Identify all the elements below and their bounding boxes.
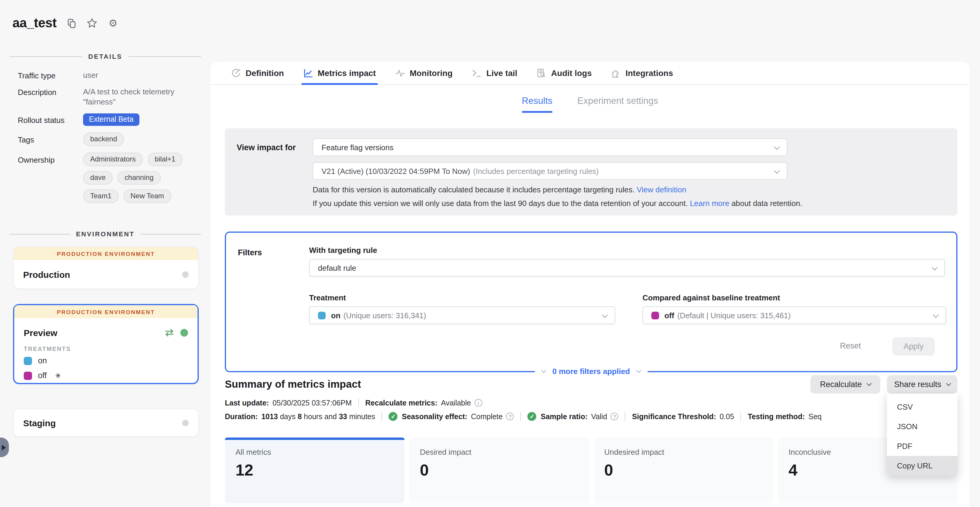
metric-summary-cards: All metrics 12 Desired impact 0 Undesire…: [225, 438, 958, 504]
tab-metrics-impact[interactable]: Metrics impact: [303, 62, 376, 84]
metrics-impact-icon: [303, 68, 313, 78]
rollout-status-badge: External Beta: [83, 113, 139, 126]
treatment-dropdown[interactable]: on (Unique users: 316,341): [309, 306, 615, 324]
treatments-label: TREATMENTS: [14, 343, 197, 353]
environment-card-preview[interactable]: PRODUCTION ENVIRONMENT Preview TREATMENT…: [13, 304, 199, 384]
description-value: A/A test to check telemetry "fairness": [83, 87, 187, 107]
share-results-button[interactable]: Share results: [887, 375, 958, 394]
check-circle-icon: ✓: [389, 412, 398, 421]
check-circle-icon: ✓: [528, 412, 536, 421]
traffic-type-row: Traffic type user: [18, 70, 204, 80]
treatment-off-row: off ✳: [14, 368, 197, 383]
details-header-label: DETAILS: [88, 53, 123, 60]
ownership-row: Ownership Administrators bilal+1 dave ch…: [18, 153, 204, 203]
sidebar: aa_test ⚙ DETAILS Traffi: [0, 0, 211, 507]
owner-chip: Team1: [83, 190, 119, 203]
impact-type-dropdown[interactable]: Feature flag versions: [313, 138, 787, 156]
view-impact-label: View impact for: [237, 143, 296, 152]
reset-button[interactable]: Reset: [840, 341, 861, 350]
testing-method-value: Seq: [808, 412, 822, 421]
chevron-down-icon: [932, 265, 938, 270]
duration-value: 1013 days 8 hours and 33 minutes: [261, 412, 375, 421]
environment-card-production[interactable]: PRODUCTION ENVIRONMENT Production: [13, 246, 199, 289]
recalculate-button[interactable]: Recalculate: [810, 375, 880, 394]
baseline-dropdown[interactable]: off (Default | Unique users: 315,461): [643, 306, 946, 324]
menu-item-copy-url[interactable]: Copy URL: [887, 456, 958, 475]
treatment-label: Treatment: [309, 293, 346, 302]
swap-arrows-icon: [164, 328, 174, 336]
integrations-icon: [611, 68, 621, 78]
tab-definition[interactable]: Definition: [231, 62, 284, 84]
metric-card-desired-impact[interactable]: Desired impact 0: [409, 438, 589, 504]
star-icon[interactable]: [86, 17, 98, 29]
subtab-results[interactable]: Results: [522, 96, 552, 113]
help-icon[interactable]: ?: [506, 413, 514, 420]
more-filters-toggle[interactable]: 0 more filters applied: [535, 364, 648, 378]
environment-header-label: ENVIRONMENT: [76, 230, 135, 238]
version-note-1: Data for this version is automatically c…: [313, 185, 686, 194]
version-note-2: If you update this version we will only …: [313, 199, 802, 208]
view-impact-panel: View impact for Feature flag versions V2…: [225, 128, 958, 215]
tab-bar: Definition Metrics impact Monitoring: [211, 62, 969, 85]
details-rows: Traffic type user Description A/A test t…: [18, 70, 204, 210]
metric-card-all-metrics[interactable]: All metrics 12: [225, 438, 404, 504]
copy-icon[interactable]: [65, 17, 77, 29]
owner-chip: channing: [118, 171, 161, 185]
subtab-experiment-settings[interactable]: Experiment settings: [578, 96, 658, 113]
main-panel: Definition Metrics impact Monitoring: [211, 62, 969, 507]
significance-value: 0.05: [719, 412, 734, 421]
treatment-on-swatch: [24, 357, 32, 365]
view-definition-link[interactable]: View definition: [637, 185, 686, 194]
status-dot: [182, 271, 189, 277]
environment-section-header: ENVIRONMENT: [10, 230, 201, 238]
flag-header: aa_test ⚙: [13, 16, 119, 31]
summary-title: Summary of metrics impact: [225, 378, 361, 391]
chevron-down-icon: [866, 381, 872, 386]
status-dot-active: [180, 328, 188, 336]
audit-logs-icon: [536, 68, 546, 78]
treatment-on-row: on: [14, 353, 197, 368]
gear-icon[interactable]: ⚙: [107, 17, 119, 29]
menu-item-csv[interactable]: CSV: [887, 397, 958, 417]
share-results-menu: CSV JSON PDF Copy URL: [887, 394, 958, 475]
rollout-status-row: Rollout status External Beta: [18, 113, 204, 126]
tab-audit-logs[interactable]: Audit logs: [536, 62, 592, 84]
chevron-down-icon: [774, 144, 780, 150]
help-icon[interactable]: ?: [611, 413, 619, 420]
treatment-off-swatch: [651, 311, 659, 319]
filters-label: Filters: [238, 248, 262, 257]
apply-button[interactable]: Apply: [892, 337, 935, 356]
chevron-down-icon: [946, 381, 951, 386]
tab-integrations[interactable]: Integrations: [611, 62, 673, 84]
version-dropdown[interactable]: V21 (Active) (10/03/2022 04:59PM To Now)…: [313, 162, 787, 180]
treatment-off-swatch: [24, 371, 32, 379]
metric-card-undesired-impact[interactable]: Undesired impact 0: [593, 438, 773, 504]
summary-meta-row-2: Duration: 1013 days 8 hours and 33 minut…: [225, 412, 822, 421]
description-row: Description A/A test to check telemetry …: [18, 87, 204, 107]
targeting-rule-dropdown[interactable]: default rule: [309, 259, 945, 277]
chevron-down-icon: [602, 312, 608, 318]
owner-chip: Administrators: [83, 153, 143, 166]
environment-name: Production: [23, 269, 70, 279]
menu-item-pdf[interactable]: PDF: [887, 436, 958, 456]
environment-name: Preview: [24, 327, 57, 338]
summary-meta-row-1: Last update: 05/30/2025 03:57:06PM Recal…: [225, 399, 482, 407]
caret-right-icon: [2, 444, 6, 450]
status-dot: [182, 419, 189, 426]
baseline-label: Compared against baseline treatment: [643, 293, 780, 302]
chevron-down-icon: [933, 312, 939, 318]
owner-chip: dave: [83, 171, 113, 185]
menu-item-json[interactable]: JSON: [887, 417, 958, 436]
page-title: aa_test: [13, 16, 57, 31]
learn-more-link[interactable]: Learn more: [690, 199, 729, 208]
monitoring-icon: [395, 68, 405, 78]
environment-card-staging[interactable]: Staging: [13, 408, 199, 437]
last-update-value: 05/30/2025 03:57:06PM: [273, 399, 352, 407]
details-section-header: DETAILS: [10, 53, 201, 60]
production-environment-banner: PRODUCTION ENVIRONMENT: [14, 247, 198, 260]
treatment-on-swatch: [318, 311, 326, 319]
tab-monitoring[interactable]: Monitoring: [395, 62, 453, 84]
chevron-down-icon: [636, 368, 641, 373]
tab-live-tail[interactable]: Live tail: [472, 62, 517, 84]
info-icon[interactable]: i: [474, 399, 482, 407]
